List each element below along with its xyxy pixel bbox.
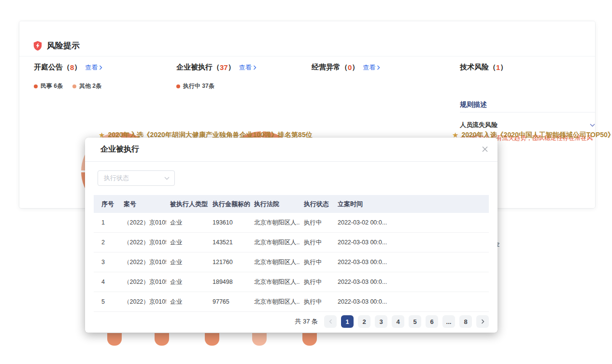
ellipsis-button[interactable]: ...: [442, 315, 455, 328]
chevron-right-icon: [253, 65, 256, 70]
legend-item: 其他 2条: [72, 82, 101, 90]
cell-status: 执行中: [304, 219, 334, 227]
chevron-down-icon: [164, 177, 170, 180]
chevron-right-icon: [481, 319, 484, 324]
cell-no: 5: [101, 298, 120, 305]
page-button[interactable]: 8: [459, 315, 472, 328]
cell-date: 2022-03-02 00:0...: [338, 219, 400, 226]
chevron-down-icon: [590, 124, 595, 127]
section-count: 37: [220, 63, 228, 71]
view-link-anomaly[interactable]: 查看: [363, 63, 380, 72]
legend-item: 民事 6条: [34, 82, 63, 90]
view-link-execution[interactable]: 查看: [239, 63, 256, 72]
legend-label: 其他 2条: [79, 82, 101, 90]
modal-divider: [85, 161, 498, 162]
rule-collapse-row[interactable]: 人员流失风险: [460, 121, 595, 129]
cell-case: （2022）京0105...: [124, 298, 166, 306]
close-button[interactable]: [480, 144, 490, 154]
page-button[interactable]: 3: [375, 315, 387, 328]
paren-close: ）: [352, 63, 359, 72]
header-cell: 执行状态: [304, 200, 334, 209]
section-enterprise-execution: 企业被执行 （ 37 ） 查看 执行中 37条: [176, 63, 256, 72]
close-icon: [482, 146, 488, 152]
cell-type: 企业: [170, 238, 209, 247]
view-label: 查看: [363, 63, 375, 72]
view-label: 查看: [85, 63, 98, 72]
chevron-right-icon: [377, 65, 380, 70]
legend-dot: [176, 84, 180, 88]
tab-rule-description[interactable]: 规则描述: [460, 100, 487, 109]
cell-court: 北京市朝阳区人...: [254, 298, 300, 306]
paren-close: ）: [500, 63, 507, 72]
cell-court: 北京市朝阳区人...: [254, 278, 300, 286]
cell-case: （2022）京0105...: [124, 219, 166, 227]
table-row: 2 （2022）京0105... 企业 143521 北京市朝阳区人... 执行…: [94, 233, 489, 252]
chevron-left-icon: [329, 319, 332, 324]
table-row: 3 （2022）京0105... 企业 121760 北京市朝阳区人... 执行…: [94, 252, 489, 272]
section-business-anomaly: 经营异常 （ 0 ） 查看: [312, 63, 380, 72]
page-button[interactable]: 6: [426, 315, 438, 328]
occluded-chart-fragment: [107, 333, 122, 346]
legend-label: 民事 6条: [41, 82, 63, 90]
view-link-court[interactable]: 查看: [85, 63, 102, 72]
cell-case: （2022）京0105...: [124, 238, 166, 247]
page-button[interactable]: 2: [358, 315, 370, 328]
section-title: 经营异常 （ 0 ） 查看: [312, 63, 380, 72]
prev-page-button[interactable]: [324, 315, 337, 328]
section-tech-risk: 技术风险 （ 1 ） 规则描述 人员流失风险 企业研发人员有流失趋势，团队稳定性…: [460, 63, 595, 72]
occluded-chart-fragment: [252, 333, 267, 346]
paren-close: ）: [74, 63, 81, 72]
legend-dot: [72, 84, 76, 88]
cell-amount: 121760: [213, 259, 250, 266]
section-title-text: 经营异常: [312, 63, 341, 72]
next-page-button[interactable]: [476, 315, 489, 328]
section-court-announcements: 开庭公告 （ 8 ） 查看 民事 6条 其他 2条: [34, 63, 102, 72]
section-count: 1: [496, 63, 500, 71]
page-button[interactable]: 4: [392, 315, 404, 328]
cell-type: 企业: [170, 258, 209, 266]
cell-no: 4: [101, 279, 120, 285]
cell-status: 执行中: [304, 298, 334, 306]
legend-execution: 执行中 37条: [176, 82, 214, 90]
section-title: 开庭公告 （ 8 ） 查看: [34, 63, 102, 72]
header-cell: 执行金额标的: [213, 200, 250, 209]
legend-dot: [34, 84, 38, 88]
cell-no: 2: [101, 239, 120, 246]
cell-case: （2022）京0105...: [124, 258, 166, 266]
table-row: 1 （2022）京0105... 企业 193610 北京市朝阳区人... 执行…: [94, 213, 489, 233]
page-button[interactable]: 1: [341, 315, 354, 328]
cell-case: （2022）京0105...: [124, 278, 166, 286]
occluded-chart-fragment: [302, 333, 317, 346]
cell-date: 2022-03-03 00:0...: [338, 259, 400, 266]
page-button[interactable]: 5: [409, 315, 421, 328]
panel-header: 风险提示: [33, 35, 80, 57]
cell-type: 企业: [170, 278, 209, 286]
view-label: 查看: [239, 63, 252, 72]
cell-court: 北京市朝阳区人...: [254, 238, 300, 247]
shield-bolt-icon: [33, 41, 43, 51]
legend-court: 民事 6条 其他 2条: [34, 82, 101, 90]
table-header-row: 序号 案号 被执行人类型 执行金额标的 执行法院 执行状态 立案时间: [94, 195, 489, 213]
rule-name: 人员流失风险: [460, 121, 498, 129]
cell-no: 1: [101, 219, 120, 226]
cell-type: 企业: [170, 219, 209, 227]
cell-amount: 189498: [213, 279, 250, 285]
occluded-chart-fragment: [205, 333, 219, 346]
data-table: 序号 案号 被执行人类型 执行金额标的 执行法院 执行状态 立案时间 1 （20…: [94, 195, 489, 312]
section-count: 8: [70, 63, 74, 71]
table-row: 4 （2022）京0105... 企业 189498 北京市朝阳区人... 执行…: [94, 272, 489, 292]
pagination-total: 共 37 条: [295, 317, 318, 326]
cell-amount: 97765: [213, 298, 250, 305]
legend-label: 执行中 37条: [183, 82, 214, 90]
header-cell: 执行法院: [254, 200, 300, 209]
cell-no: 3: [101, 259, 120, 266]
section-count: 0: [348, 63, 352, 71]
cell-court: 北京市朝阳区人...: [254, 258, 300, 266]
chevron-right-icon: [99, 65, 102, 70]
modal-title: 企业被执行: [100, 144, 139, 154]
cell-type: 企业: [170, 298, 209, 306]
execution-status-select[interactable]: 执行状态: [98, 170, 175, 186]
legend-item: 执行中 37条: [176, 82, 214, 90]
paren-close: ）: [228, 63, 235, 72]
panel-title: 风险提示: [47, 40, 80, 51]
